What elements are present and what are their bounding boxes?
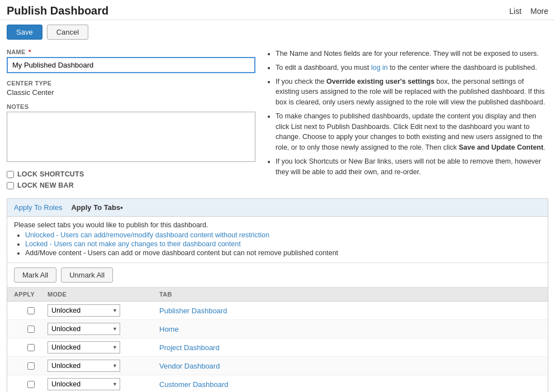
mode-select-wrapper: UnlockedLockedAdd/Move content	[48, 360, 120, 372]
tab-name: Vendor Dashboard	[159, 362, 541, 370]
required-indicator: *	[27, 49, 31, 55]
center-type-label: CENTER TYPE	[7, 80, 255, 87]
apply-to-roles-tab[interactable]: Apply To Roles	[14, 203, 62, 212]
tab-name: Project Dashboard	[159, 343, 541, 352]
mode-select-wrapper: UnlockedLockedAdd/Move content	[48, 304, 120, 317]
tab-name: Home	[159, 325, 541, 333]
header-nav: List More	[509, 7, 548, 16]
tabs-section: Apply To Roles Apply To Tabs• Please sel…	[7, 198, 548, 392]
tabs-bullet-1: Unlocked - Users can add/remove/modify d…	[25, 231, 541, 239]
mark-all-button[interactable]: Mark All	[14, 267, 56, 283]
mode-select[interactable]: UnlockedLockedAdd/Move content	[48, 360, 120, 372]
tabs-header: Apply To Roles Apply To Tabs•	[7, 199, 548, 217]
tabs-bullets: Unlocked - Users can add/remove/modify d…	[25, 231, 541, 257]
table-row: UnlockedLockedAdd/Move contentVendor Das…	[7, 357, 548, 375]
tab-name: Publisher Dashboard	[159, 307, 541, 315]
name-field-group: NAME *	[7, 49, 255, 73]
lock-new-bar-row: LOCK NEW BAR	[7, 181, 255, 189]
main-content: NAME * CENTER TYPE Classic Center NOTES …	[0, 44, 555, 194]
col-tab: TAB	[159, 291, 541, 298]
mode-cell: UnlockedLockedAdd/Move content	[48, 341, 159, 353]
apply-cell	[14, 307, 48, 314]
col-mode: MODE	[48, 291, 159, 298]
mode-select[interactable]: UnlockedLockedAdd/Move content	[48, 378, 120, 390]
mode-select-wrapper: UnlockedLockedAdd/Move content	[48, 378, 120, 390]
lock-new-bar-checkbox[interactable]	[7, 182, 14, 189]
mode-cell: UnlockedLockedAdd/Move content	[48, 323, 159, 335]
apply-cell	[14, 381, 48, 388]
list-link[interactable]: List	[509, 7, 521, 16]
help-bullet-2: To edit a dashboard, you must log in to …	[276, 63, 548, 73]
mode-select-wrapper: UnlockedLockedAdd/Move content	[48, 341, 120, 353]
tabs-bullet-2: Locked - Users can not make any changes …	[25, 240, 541, 248]
tabs-bullet-3: Add/Move content - Users can add or move…	[25, 249, 541, 257]
save-button[interactable]: Save	[7, 25, 42, 40]
page-header: Publish Dashboard List More	[0, 0, 555, 20]
lock-shortcuts-row: LOCK SHORTCUTS	[7, 170, 255, 178]
table-row: UnlockedLockedAdd/Move contentHome	[7, 320, 548, 338]
mode-select-wrapper: UnlockedLockedAdd/Move content	[48, 323, 120, 335]
row-apply-checkbox[interactable]	[27, 381, 35, 388]
row-apply-checkbox[interactable]	[27, 326, 35, 333]
toolbar: Save Cancel	[0, 20, 555, 44]
table-row: UnlockedLockedAdd/Move contentCustomer D…	[7, 375, 548, 392]
row-apply-checkbox[interactable]	[27, 307, 35, 314]
apply-cell	[14, 344, 48, 351]
name-label: NAME *	[7, 49, 255, 55]
col-apply: APPLY	[14, 291, 48, 298]
apply-cell	[14, 326, 48, 333]
mode-cell: UnlockedLockedAdd/Move content	[48, 360, 159, 372]
mode-select[interactable]: UnlockedLockedAdd/Move content	[48, 323, 120, 335]
row-apply-checkbox[interactable]	[27, 362, 35, 370]
apply-to-tabs-tab: Apply To Tabs•	[71, 203, 122, 212]
notes-field-group: NOTES	[7, 103, 255, 164]
table-row: UnlockedLockedAdd/Move contentPublisher …	[7, 302, 548, 320]
mode-cell: UnlockedLockedAdd/Move content	[48, 378, 159, 390]
right-panel: The Name and Notes fields are for your r…	[267, 49, 548, 189]
tab-name: Customer Dashboard	[159, 380, 541, 389]
row-apply-checkbox[interactable]	[27, 344, 35, 351]
notes-label: NOTES	[7, 103, 255, 110]
center-type-value: Classic Center	[7, 88, 255, 97]
lock-shortcuts-checkbox[interactable]	[7, 171, 14, 178]
tabs-info: Please select tabs you would like to pub…	[7, 217, 548, 263]
page-title: Publish Dashboard	[7, 4, 108, 17]
cancel-button[interactable]: Cancel	[47, 25, 88, 40]
mark-buttons: Mark All Unmark All	[7, 263, 548, 288]
name-input[interactable]	[7, 57, 255, 73]
mode-select[interactable]: UnlockedLockedAdd/Move content	[48, 341, 120, 353]
table-header: APPLY MODE TAB	[7, 288, 548, 302]
apply-cell	[14, 362, 48, 370]
help-bullets: The Name and Notes fields are for your r…	[276, 49, 548, 177]
tabs-description: Please select tabs you would like to pub…	[14, 221, 541, 229]
unmark-all-button[interactable]: Unmark All	[61, 267, 113, 283]
center-type-field-group: CENTER TYPE Classic Center	[7, 80, 255, 97]
help-bullet-4: To make changes to published dashboards,…	[276, 111, 548, 153]
help-bullet-3: If you check the Override existing user'…	[276, 77, 548, 108]
notes-textarea[interactable]	[7, 112, 255, 162]
help-bullet-5: If you lock Shortcuts or New Bar links, …	[276, 156, 548, 178]
mode-cell: UnlockedLockedAdd/Move content	[48, 304, 159, 317]
log-in-link[interactable]: log in	[371, 64, 388, 71]
help-bullet-1: The Name and Notes fields are for your r…	[276, 49, 548, 59]
more-link[interactable]: More	[530, 7, 548, 16]
left-panel: NAME * CENTER TYPE Classic Center NOTES …	[7, 49, 255, 189]
mode-select[interactable]: UnlockedLockedAdd/Move content	[48, 304, 120, 317]
table-row: UnlockedLockedAdd/Move contentProject Da…	[7, 338, 548, 357]
lock-new-bar-label[interactable]: LOCK NEW BAR	[17, 181, 74, 189]
lock-shortcuts-label[interactable]: LOCK SHORTCUTS	[17, 170, 84, 178]
table-rows-container: UnlockedLockedAdd/Move contentPublisher …	[7, 302, 548, 392]
